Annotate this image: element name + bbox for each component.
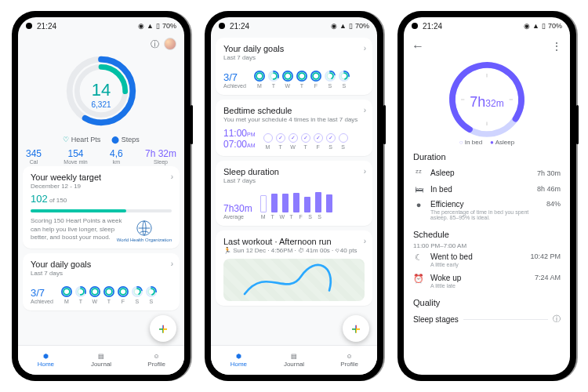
profile-icon: ☺ (347, 353, 353, 360)
nav-home[interactable]: ⬢Home (18, 346, 74, 375)
legend-inbed: ○ In bed (459, 139, 482, 146)
last-workout-card[interactable]: › Last workout · Afternoon run 🏃 Sun 12 … (216, 230, 372, 306)
sleep-duration-card[interactable]: › Sleep duration Last 7 days 7h30m Avera… (216, 161, 372, 226)
clock: 21:24 (230, 22, 249, 31)
svg-point-52 (313, 73, 319, 79)
day-col: T (268, 71, 279, 89)
svg-point-24 (120, 289, 126, 295)
fab-add[interactable]: ＋ (150, 315, 176, 342)
row-woke-up[interactable]: ⏰ Woke upA little late 7:24 AM (413, 270, 561, 292)
day-col: T (103, 286, 114, 304)
day-col: M (254, 71, 265, 89)
chevron-right-icon: › (364, 167, 366, 176)
day-col: M (263, 133, 273, 150)
daily-goals-card[interactable]: › Your daily goals Last 7 days 3/7 Achie… (216, 38, 372, 95)
nav-profile[interactable]: ☺Profile (129, 346, 184, 375)
status-bar: 21:24 ◉ ▲ ▯ 70% (18, 17, 184, 34)
journal-icon: ▤ (98, 353, 104, 360)
row-inbed[interactable]: 🛏 In bed8h 46m (413, 181, 561, 197)
nav-journal[interactable]: ▤Journal (74, 346, 129, 375)
bottom-nav: ⬢Home ▤Journal ☺Profile (211, 345, 377, 375)
day-col: M (61, 286, 72, 304)
day-col: S (325, 71, 336, 89)
svg-point-36 (256, 73, 263, 79)
schedule-heading: Schedule (413, 230, 561, 239)
asleep-icon: ᶻᶻ (413, 168, 424, 178)
plus-icon: ＋ (349, 319, 363, 338)
bottom-nav: ⬢Home ▤Journal ☺Profile (18, 345, 184, 375)
day-col: F (118, 286, 129, 304)
quality-heading: Quality (413, 298, 561, 307)
day-col: S (132, 286, 143, 304)
daily-title: Your daily goals (31, 260, 172, 269)
check-icon: ✓ (301, 133, 310, 143)
wifi-icon: ◉ (138, 22, 144, 30)
info-icon[interactable]: ⓘ (553, 314, 561, 325)
bedtime-card[interactable]: › Bedtime schedule You met your schedule… (216, 100, 372, 156)
chevron-right-icon: › (364, 106, 366, 114)
nav-journal[interactable]: ▤Journal (267, 346, 322, 375)
row-sleep-stages[interactable]: Sleep stagesⓘ (413, 314, 561, 325)
row-asleep[interactable]: ᶻᶻ Asleep7h 30m (413, 165, 561, 181)
schedule-range: 11:00 PM–7:00 AM (413, 242, 561, 249)
status-bar: 21:24 ◉▲▯70% (211, 17, 377, 34)
signal-icon: ▲ (147, 22, 154, 30)
day-col: S (339, 133, 348, 150)
weekly-title: Your weekly target (31, 172, 172, 182)
who-badge: World Health Organization (117, 220, 172, 242)
check-icon: ✓ (276, 133, 285, 143)
chevron-right-icon: › (364, 237, 366, 245)
activity-ring[interactable] (23, 53, 180, 129)
workout-meta: 🏃 Sun 12 Dec · 4:56PM · ⏱ 41m 00s · ♡ 40… (223, 247, 365, 254)
chevron-right-icon: › (364, 44, 366, 53)
profile-icon: ☺ (154, 353, 160, 360)
day-col: ✓T (301, 133, 310, 150)
weekly-target-card[interactable]: › Your weekly target December 12 - 19 10… (23, 166, 180, 249)
camera-cutout (412, 23, 418, 29)
day-col: ✓T (276, 133, 285, 150)
legend-asleep: ● Asleep (490, 139, 514, 146)
check-icon (263, 133, 273, 143)
row-efficiency[interactable]: ● Efficiency The percentage of time in b… (413, 197, 561, 223)
back-icon[interactable]: ← (412, 39, 424, 53)
daily-days-row: M T W T F S S (254, 71, 350, 89)
day-col: ✓S (326, 133, 336, 150)
info-icon[interactable]: ⓘ (151, 38, 159, 50)
sleep-mins: 32m (485, 98, 503, 109)
legend-steps: ⬤ Steps (111, 136, 140, 143)
day-col: W (282, 71, 293, 89)
avatar[interactable] (164, 38, 176, 50)
day-col: T (75, 286, 86, 304)
fab-add[interactable]: ＋ (343, 315, 369, 342)
day-col: T (296, 71, 307, 89)
home-icon: ⬢ (236, 353, 241, 360)
weekly-desc: Scoring 150 Heart Points a week can help… (31, 217, 129, 241)
alarm-icon: ⏰ (413, 274, 424, 284)
svg-point-44 (285, 73, 291, 79)
workout-map[interactable] (223, 259, 365, 301)
more-icon[interactable]: ⋮ (551, 40, 562, 53)
legend-heart: ♡ Heart Pts (63, 136, 100, 143)
metric-move: 154Move min (64, 148, 87, 165)
day-col: F (310, 71, 321, 89)
clock: 21:24 (423, 22, 442, 31)
phone-sleep-detail: 21:24 ◉▲▯70% ← ⋮ 7h32m ○ In bed ● Asleep… (397, 11, 576, 381)
day-col: W (89, 286, 100, 304)
nav-profile[interactable]: ☺Profile (321, 346, 377, 375)
home-icon: ⬢ (43, 353, 49, 360)
day-col: ✓W (289, 133, 298, 150)
row-went-to-bed[interactable]: ☾ Went to bedA little early 10:42 PM (413, 249, 561, 270)
sleep-hours: 7h (470, 94, 485, 110)
weekly-score: 102 (31, 193, 48, 205)
nav-home[interactable]: ⬢Home (211, 346, 267, 375)
chevron-right-icon: › (171, 260, 173, 268)
day-col: ✓F (314, 133, 323, 150)
daily-goals-card[interactable]: › Your daily goals Last 7 days 3/7 Achie… (23, 253, 180, 310)
plus-icon: ＋ (156, 319, 170, 338)
check-icon: ✓ (314, 133, 323, 143)
status-bar: 21:24 ◉▲▯70% (404, 17, 570, 34)
info-icon: ● (413, 200, 424, 209)
sleep-bars (260, 191, 332, 212)
phone-home: 21:24 ◉ ▲ ▯ 70% ⓘ 14 6,321 ♡ He (12, 11, 191, 381)
daily-achieved: 3/7 (31, 287, 53, 299)
